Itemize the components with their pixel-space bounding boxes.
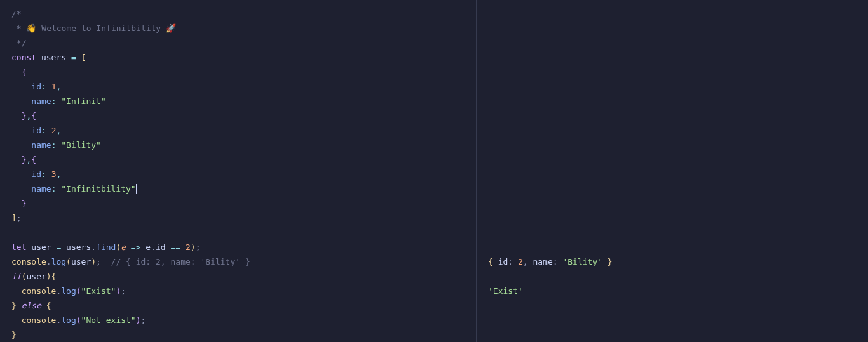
output-line [488,50,868,65]
code-line: */ [11,36,476,50]
code-line: /* [11,6,476,21]
output-line: { id: 2, name: 'Bility' } [488,254,868,269]
code-line: if(user){ [11,269,476,284]
code-line: ]; [11,211,476,225]
code-line: { [11,65,476,79]
code-line: } else { [11,298,476,313]
code-line [11,225,476,240]
code-line: let user = users.find(e => e.id == 2); [11,240,476,254]
code-line: },{ [11,152,476,167]
code-line: id: 1, [11,79,476,94]
code-editor-pane[interactable]: /* * 👋 Welcome to Infinitbility 🚀 */ con… [0,0,477,342]
code-line: console.log(user); // { id: 2, name: 'Bi… [11,254,476,269]
output-line [488,36,868,50]
output-line [488,240,868,254]
output-line [488,123,868,138]
code-line: console.log("Not exist"); [11,313,476,327]
output-line [488,167,868,181]
code-line: name: "Bility" [11,138,476,152]
code-line: * 👋 Welcome to Infinitbility 🚀 [11,21,476,36]
output-line [488,181,868,196]
output-line [488,94,868,109]
output-line [488,152,868,167]
text-cursor [136,184,137,194]
code-line: } [11,196,476,211]
output-line [488,269,868,284]
code-line: name: "Infinit" [11,94,476,109]
code-line: } [11,327,476,342]
code-line: name: "Infinitbility" [11,181,476,196]
code-line: id: 2, [11,123,476,138]
code-line: id: 3, [11,167,476,181]
output-line [488,65,868,79]
output-line [488,79,868,94]
output-line [488,211,868,225]
code-line: },{ [11,109,476,123]
output-line [488,21,868,36]
code-line: const users = [ [11,50,476,65]
output-line [488,6,868,21]
output-line [488,138,868,152]
output-line: 'Exist' [488,284,868,298]
output-line [488,225,868,240]
output-console-pane[interactable]: { id: 2, name: 'Bility' } 'Exist' [477,0,868,342]
code-line: console.log("Exist"); [11,284,476,298]
output-line [488,196,868,211]
output-line [488,109,868,123]
